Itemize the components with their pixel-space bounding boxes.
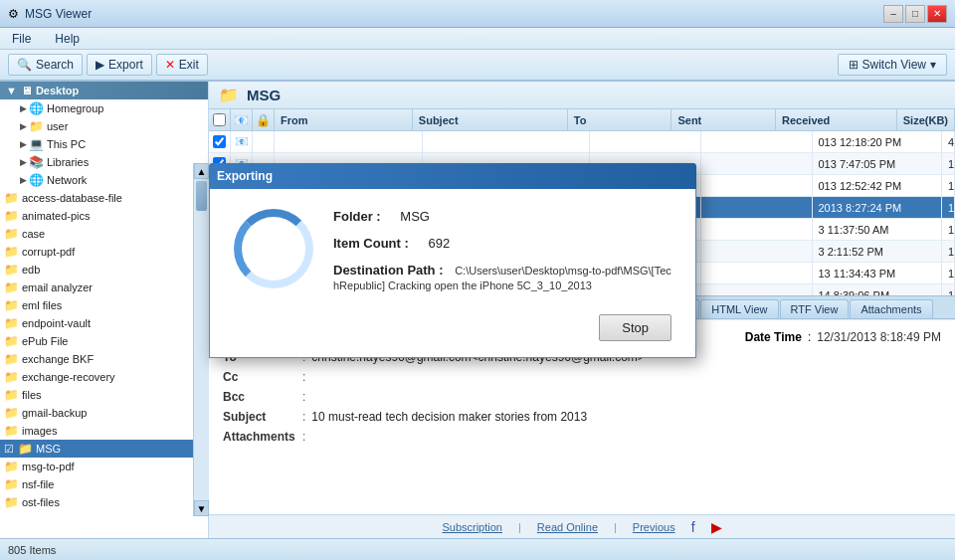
bcc-label: Bcc — [223, 390, 302, 404]
sidebar: ▼ 🖥 Desktop ▶ 🌐 Homegroup ▶ 📁 user ▶ 💻 T… — [0, 82, 209, 538]
th-size[interactable]: Size(KB) — [897, 109, 955, 130]
minimize-button[interactable]: – — [883, 5, 903, 23]
th-sent[interactable]: Sent — [671, 109, 776, 130]
sidebar-item-eml[interactable]: 📁 eml files — [0, 296, 208, 314]
dialog-count-value: 692 — [428, 236, 450, 251]
date-sep: : — [808, 330, 811, 344]
attachments-label: Attachments — [223, 430, 302, 444]
preview-subject-row: Subject : 10 must-read tech decision mak… — [223, 410, 941, 424]
sidebar-item-access[interactable]: 📁 access-database-file — [0, 189, 208, 207]
sidebar-item-images[interactable]: 📁 images — [0, 422, 208, 440]
sidebar-item-libraries[interactable]: ▶ 📚 Libraries — [0, 153, 208, 171]
preview-bcc-row: Bcc : — [223, 390, 941, 404]
cc-label: Cc — [223, 370, 302, 384]
sidebar-item-thispc[interactable]: ▶ 💻 This PC — [0, 135, 208, 153]
menu-file[interactable]: File — [8, 30, 35, 48]
search-button[interactable]: 🔍 Search — [8, 54, 83, 76]
th-checkbox — [209, 109, 231, 130]
dialog-dest-row: Destination Path : C:\Users\user\Desktop… — [333, 263, 671, 292]
subject-value: 10 must-read tech decision maker stories… — [311, 410, 941, 424]
date-time-label: Date Time — [745, 330, 802, 344]
sidebar-item-homegroup[interactable]: ▶ 🌐 Homegroup — [0, 99, 208, 117]
status-text: 805 Items — [8, 544, 56, 556]
app-icon: ⚙ — [8, 7, 19, 21]
dialog-count-row: Item Count : 692 — [333, 236, 671, 251]
sidebar-item-msg[interactable]: ☑ 📁 MSG — [0, 440, 208, 458]
scroll-thumb[interactable] — [196, 181, 207, 211]
exit-icon: ✕ — [165, 58, 175, 72]
dialog-title: Exporting — [217, 169, 273, 183]
sidebar-item-exchange-recovery[interactable]: 📁 exchange-recovery — [0, 368, 208, 386]
export-dialog: Exporting Folder : MSG Item Count : 69 — [209, 163, 696, 358]
sidebar-item-files[interactable]: 📁 files — [0, 386, 208, 404]
attachments-value — [311, 430, 941, 444]
sidebar-item-ost[interactable]: 📁 ost-files — [0, 493, 208, 511]
toolbar: 🔍 Search ▶ Export ✕ Exit ⊞ Switch View ▾ — [0, 50, 955, 82]
menu-help[interactable]: Help — [51, 30, 84, 48]
sidebar-item-gmail[interactable]: 📁 gmail-backup — [0, 404, 208, 422]
expand-icon: ▼ — [6, 85, 17, 96]
status-bar: 805 Items — [0, 538, 955, 560]
switch-view-button[interactable]: ⊞ Switch View ▾ — [838, 54, 947, 76]
th-icon: 📧 — [231, 109, 253, 130]
date-time-value: 12/31/2013 8:18:49 PM — [817, 330, 941, 344]
stop-button[interactable]: Stop — [599, 314, 671, 341]
sidebar-item-nsf[interactable]: 📁 nsf-file — [0, 475, 208, 493]
sidebar-item-msg-to-pdf[interactable]: 📁 msg-to-pdf — [0, 458, 208, 475]
sidebar-item-user[interactable]: ▶ 📁 user — [0, 117, 208, 135]
sidebar-item-email-analyzer[interactable]: 📁 email analyzer — [0, 279, 208, 296]
dialog-buttons: Stop — [234, 314, 671, 341]
footer-previous[interactable]: Previous — [633, 521, 675, 533]
sidebar-item-epub[interactable]: 📁 ePub File — [0, 332, 208, 350]
msg-header: 📁 MSG — [209, 82, 955, 109]
title-bar: ⚙ MSG Viewer – □ ✕ — [0, 0, 955, 28]
sidebar-item-endpoint[interactable]: 📁 endpoint-vault — [0, 314, 208, 332]
dialog-folder-value: MSG — [400, 209, 430, 224]
footer-subscription[interactable]: Subscription — [442, 521, 502, 533]
table-row[interactable]: 📧 013 12:18:20 PM 42 — [209, 131, 955, 153]
cc-value — [311, 370, 941, 384]
sidebar-scrollbar[interactable]: ▲ ▼ — [193, 163, 209, 516]
preview-cc-row: Cc : — [223, 370, 941, 384]
scroll-up[interactable]: ▲ — [194, 163, 209, 179]
tab-html[interactable]: HTML View — [700, 299, 778, 318]
footer-icon2: ▶ — [711, 519, 722, 535]
desktop-icon: 🖥 — [21, 85, 32, 96]
sidebar-item-edb[interactable]: 📁 edb — [0, 261, 208, 279]
switch-view-icon: ⊞ — [849, 58, 859, 72]
th-to[interactable]: To — [568, 109, 672, 130]
exit-button[interactable]: ✕ Exit — [156, 54, 208, 76]
app-title: MSG Viewer — [25, 7, 92, 21]
switch-view-arrow: ▾ — [930, 58, 936, 72]
menu-bar: File Help — [0, 28, 955, 50]
footer-read-online[interactable]: Read Online — [537, 521, 598, 533]
bcc-value — [311, 390, 941, 404]
search-icon: 🔍 — [17, 58, 32, 72]
select-all-checkbox[interactable] — [213, 113, 226, 126]
dialog-folder-row: Folder : MSG — [333, 209, 671, 224]
th-received[interactable]: Received — [776, 109, 897, 130]
dialog-body: Folder : MSG Item Count : 692 Destinatio… — [209, 189, 696, 358]
tab-rtf[interactable]: RTF View — [780, 299, 850, 318]
footer-icon1: f — [691, 519, 695, 535]
dialog-title-bar: Exporting — [209, 163, 696, 189]
preview-footer: Subscription | Read Online | Previous f … — [209, 514, 955, 538]
sidebar-item-exchange-bkf[interactable]: 📁 exchange BKF — [0, 350, 208, 368]
export-icon: ▶ — [96, 58, 104, 72]
msg-folder-icon: 📁 — [219, 86, 239, 104]
subject-label: Subject — [223, 410, 302, 424]
spinner — [234, 209, 313, 288]
export-button[interactable]: ▶ Export — [87, 54, 152, 76]
scroll-down[interactable]: ▼ — [194, 500, 209, 516]
sidebar-item-animated[interactable]: 📁 animated-pics — [0, 207, 208, 225]
msg-title: MSG — [247, 87, 281, 103]
sidebar-item-corrupt[interactable]: 📁 corrupt-pdf — [0, 243, 208, 261]
sidebar-item-case[interactable]: 📁 case — [0, 225, 208, 243]
tab-attachments[interactable]: Attachments — [850, 299, 932, 318]
close-button[interactable]: ✕ — [927, 5, 947, 23]
th-from[interactable]: From — [275, 109, 413, 130]
th-subject[interactable]: Subject — [413, 109, 568, 130]
sidebar-item-network[interactable]: ▶ 🌐 Network — [0, 171, 208, 189]
th-lock: 🔒 — [253, 109, 275, 130]
maximize-button[interactable]: □ — [905, 5, 925, 23]
